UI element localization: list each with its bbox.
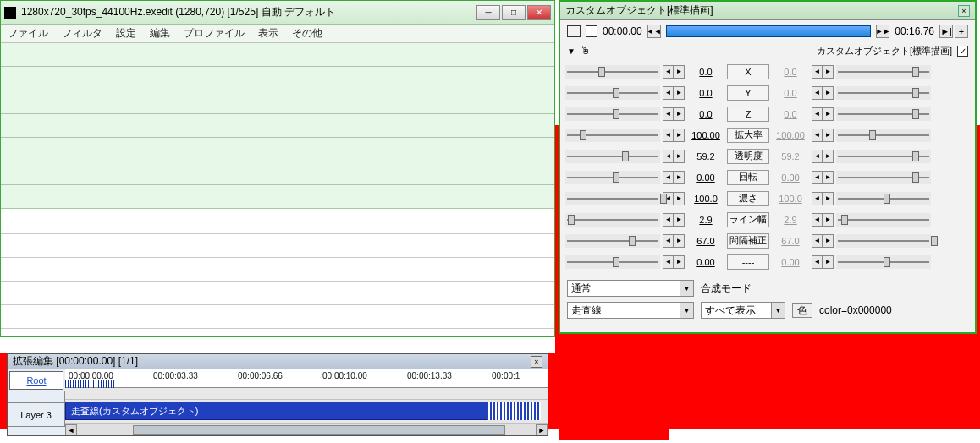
param-value-right[interactable]: 67.0 <box>772 236 809 246</box>
spin-left-button[interactable]: ◄ <box>812 86 823 100</box>
param-slider-right[interactable] <box>836 86 931 100</box>
param-slider-right[interactable] <box>836 234 931 248</box>
spin-right-button[interactable]: ► <box>674 65 685 79</box>
param-slider-left[interactable] <box>565 213 660 227</box>
spin-left-button[interactable]: ◄ <box>812 192 823 205</box>
param-slider-left[interactable] <box>565 234 660 248</box>
layer-label[interactable]: Layer 3 <box>8 403 65 427</box>
spin-right-button[interactable]: ► <box>823 129 834 142</box>
collapse-icon[interactable]: ▼ <box>567 46 575 56</box>
spin-left-button[interactable]: ◄ <box>812 234 823 248</box>
spin-right-button[interactable]: ► <box>823 171 834 184</box>
spin-right-button[interactable]: ► <box>674 150 685 163</box>
spin-left-button[interactable]: ◄ <box>812 150 823 163</box>
spin-left-button[interactable]: ◄ <box>812 107 823 121</box>
document-icon[interactable] <box>586 25 597 37</box>
param-value-left[interactable]: 59.2 <box>687 151 724 161</box>
spin-right-button[interactable]: ► <box>674 129 685 142</box>
param-value-right[interactable]: 0.0 <box>772 109 809 119</box>
properties-close-button[interactable]: × <box>958 5 970 17</box>
spin-left-button[interactable]: ◄ <box>663 86 674 100</box>
spin-right-button[interactable]: ► <box>823 107 834 121</box>
enable-checkbox[interactable]: ✓ <box>957 46 968 57</box>
spin-left-button[interactable]: ◄ <box>812 255 823 269</box>
spin-left-button[interactable]: ◄ <box>812 213 823 227</box>
close-button[interactable]: ✕ <box>527 5 551 20</box>
spin-right-button[interactable]: ► <box>823 234 834 248</box>
show-select[interactable]: すべて表示 ▼ <box>701 302 785 319</box>
param-slider-left[interactable] <box>565 86 660 100</box>
spin-right-button[interactable]: ► <box>823 86 834 100</box>
param-slider-left[interactable] <box>565 150 660 163</box>
param-value-right[interactable]: 2.9 <box>772 215 809 225</box>
param-name-button[interactable]: ---- <box>727 254 769 270</box>
param-name-button[interactable]: X <box>727 64 769 79</box>
spin-left-button[interactable]: ◄ <box>812 171 823 184</box>
timeline-clip[interactable]: 走査線(カスタムオブジェクト) <box>65 402 488 420</box>
blend-mode-select[interactable]: 通常 ▼ <box>567 280 694 297</box>
param-slider-right[interactable] <box>836 107 931 121</box>
param-slider-right[interactable] <box>836 129 931 142</box>
param-value-right[interactable]: 0.00 <box>772 172 809 183</box>
param-name-button[interactable]: 拡大率 <box>727 128 769 143</box>
param-value-left[interactable]: 0.0 <box>687 88 724 98</box>
spin-right-button[interactable]: ► <box>674 234 685 248</box>
param-value-right[interactable]: 0.00 <box>772 257 809 267</box>
param-name-button[interactable]: Y <box>727 85 769 101</box>
param-value-right[interactable]: 100.0 <box>772 194 809 204</box>
seek-end-button[interactable]: ►| <box>939 25 953 38</box>
camera-icon[interactable] <box>567 25 581 37</box>
spin-left-button[interactable]: ◄ <box>663 107 674 121</box>
param-slider-right[interactable] <box>836 171 931 184</box>
param-value-left[interactable]: 2.9 <box>687 215 724 225</box>
spin-right-button[interactable]: ► <box>823 65 834 79</box>
seek-bar[interactable] <box>666 25 872 37</box>
timeline-lane-empty[interactable] <box>65 388 548 400</box>
seek-prev-button[interactable]: ◄◄ <box>647 25 661 38</box>
param-slider-right[interactable] <box>836 150 931 163</box>
spin-right-button[interactable]: ► <box>674 192 685 205</box>
spin-right-button[interactable]: ► <box>823 150 834 163</box>
timeline-lane[interactable]: 走査線(カスタムオブジェクト) <box>65 400 548 424</box>
spin-right-button[interactable]: ► <box>674 86 685 100</box>
spin-right-button[interactable]: ► <box>674 171 685 184</box>
param-value-right[interactable]: 59.2 <box>772 151 809 161</box>
param-value-left[interactable]: 0.00 <box>687 172 724 183</box>
spin-left-button[interactable]: ◄ <box>663 234 674 248</box>
param-slider-left[interactable] <box>565 171 660 184</box>
spin-left-button[interactable]: ◄ <box>663 65 674 79</box>
param-name-button[interactable]: 透明度 <box>727 149 769 164</box>
spin-left-button[interactable]: ◄ <box>663 171 674 184</box>
minimize-button[interactable]: ─ <box>476 5 500 20</box>
spin-right-button[interactable]: ► <box>674 107 685 121</box>
param-slider-right[interactable] <box>836 192 931 205</box>
timeline-close-button[interactable]: × <box>531 356 542 368</box>
timeline-hscroll[interactable]: ◄ ► <box>65 424 548 435</box>
param-slider-left[interactable] <box>565 192 660 205</box>
menu-profile[interactable]: プロファイル <box>184 26 245 41</box>
param-slider-right[interactable] <box>836 213 931 227</box>
menu-filter[interactable]: フィルタ <box>62 26 102 41</box>
param-value-right[interactable]: 100.00 <box>772 130 809 140</box>
param-slider-left[interactable] <box>565 255 660 269</box>
spin-left-button[interactable]: ◄ <box>663 213 674 227</box>
scroll-right-button[interactable]: ► <box>536 424 548 435</box>
timeline-ruler[interactable]: 00:00:00.00 00:00:03.33 00:00:06.66 00:0… <box>65 369 548 388</box>
param-value-left[interactable]: 0.0 <box>687 67 724 77</box>
spin-left-button[interactable]: ◄ <box>663 150 674 163</box>
spin-left-button[interactable]: ◄ <box>812 65 823 79</box>
param-name-button[interactable]: 濃さ <box>727 191 769 206</box>
spin-left-button[interactable]: ◄ <box>663 255 674 269</box>
param-value-left[interactable]: 67.0 <box>687 236 724 246</box>
spin-left-button[interactable]: ◄ <box>663 129 674 142</box>
param-slider-left[interactable] <box>565 107 660 121</box>
param-value-right[interactable]: 0.0 <box>772 88 809 98</box>
add-button[interactable]: + <box>955 25 968 38</box>
param-name-button[interactable]: ライン幅 <box>727 212 769 227</box>
param-value-left[interactable]: 0.0 <box>687 109 724 119</box>
scroll-thumb[interactable] <box>133 425 505 435</box>
main-titlebar[interactable]: 1280x720_30fps_44100Hz.exedit (1280,720)… <box>1 1 554 25</box>
param-value-right[interactable]: 0.0 <box>772 67 809 77</box>
param-name-button[interactable]: Z <box>727 107 769 122</box>
param-value-left[interactable]: 100.0 <box>687 194 724 204</box>
